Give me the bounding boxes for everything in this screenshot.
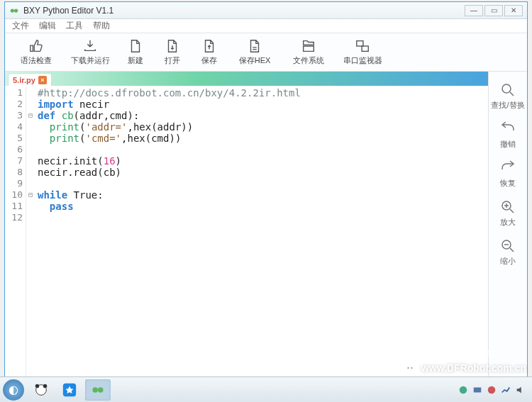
- code-editor[interactable]: 123456789101112 ⊟ ⊟ #http://docs.dfrobot…: [5, 86, 488, 376]
- code-source: #http://docs.dfrobot.com.cn/bxy/4.2.2ir.…: [35, 86, 488, 376]
- star-app-icon: [62, 382, 77, 398]
- redo-icon: [499, 160, 516, 177]
- save-hex-button[interactable]: 保存HEX: [229, 37, 280, 67]
- download-icon: [82, 38, 98, 54]
- folder-tree-icon: [301, 38, 316, 54]
- panda-icon: [33, 382, 49, 398]
- close-button[interactable]: ✕: [504, 5, 523, 16]
- tray-icon-4[interactable]: [501, 385, 511, 395]
- svg-point-11: [35, 384, 40, 388]
- tray-icon-3[interactable]: [487, 385, 497, 395]
- save-hex-icon: [247, 38, 262, 54]
- editor-area: 5.ir.py × 123456789101112 ⊟ ⊟ #http://do…: [5, 72, 489, 376]
- open-button[interactable]: 打开: [155, 37, 189, 67]
- maximize-button[interactable]: ▭: [484, 5, 503, 16]
- svg-point-1: [14, 9, 18, 12]
- svg-point-14: [93, 387, 99, 393]
- zoom-in-button[interactable]: 放大: [499, 199, 516, 228]
- tabbar: 5.ir.py ×: [5, 72, 488, 86]
- tray-icon-1[interactable]: [458, 385, 468, 395]
- svg-point-8: [407, 367, 409, 369]
- zoom-out-button[interactable]: 缩小: [499, 238, 516, 267]
- thumbs-up-icon: [28, 38, 44, 54]
- svg-point-4: [502, 84, 511, 93]
- svg-point-0: [11, 9, 14, 12]
- svg-point-9: [411, 367, 413, 369]
- bxy-icon: [91, 383, 105, 397]
- find-replace-button[interactable]: 查找/替换: [491, 82, 524, 111]
- redo-button[interactable]: 恢复: [499, 160, 516, 189]
- search-icon: [499, 82, 516, 99]
- new-file-icon: [128, 38, 143, 54]
- svg-point-15: [98, 387, 104, 393]
- svg-point-16: [460, 386, 467, 393]
- menu-tools[interactable]: 工具: [66, 20, 83, 32]
- app-window: BXY Python Editor V1.1 — ▭ ✕ 文件 编辑 工具 帮助…: [4, 1, 528, 377]
- svg-rect-3: [362, 46, 368, 51]
- taskbar: ◐: [0, 376, 532, 402]
- save-button[interactable]: 保存: [192, 37, 226, 67]
- zoom-out-icon: [499, 238, 516, 255]
- undo-icon: [499, 121, 516, 138]
- menu-help[interactable]: 帮助: [93, 20, 110, 32]
- tab-label: 5.ir.py: [13, 76, 35, 84]
- task-app-1[interactable]: [28, 379, 54, 401]
- volume-icon[interactable]: [515, 385, 525, 395]
- robot-icon: [403, 361, 417, 375]
- app-logo-icon: [9, 6, 19, 16]
- menu-file[interactable]: 文件: [12, 20, 29, 32]
- watermark: www.DFRobot.com.cn: [403, 361, 526, 375]
- svg-rect-17: [474, 387, 482, 392]
- minimize-button[interactable]: —: [465, 5, 483, 16]
- undo-button[interactable]: 撤销: [499, 121, 516, 150]
- svg-rect-2: [357, 41, 363, 46]
- download-run-button[interactable]: 下载并运行: [65, 37, 116, 67]
- toolbar: 语法检查 下载并运行 新建 打开 保存 保存HEX 文件系统 串口监视器: [5, 33, 527, 72]
- serial-monitor-button[interactable]: 串口监视器: [337, 37, 388, 67]
- line-gutter: 123456789101112: [5, 86, 26, 376]
- main-area: 5.ir.py × 123456789101112 ⊟ ⊟ #http://do…: [5, 72, 527, 376]
- task-bxy-editor[interactable]: [85, 379, 111, 401]
- side-panel: 查找/替换 撤销 恢复 放大 缩小: [489, 72, 527, 376]
- svg-point-18: [488, 386, 496, 393]
- new-button[interactable]: 新建: [118, 37, 153, 67]
- menubar: 文件 编辑 工具 帮助: [5, 19, 527, 33]
- open-file-icon: [165, 38, 180, 54]
- zoom-in-icon: [499, 199, 516, 216]
- fold-column: ⊟ ⊟: [26, 86, 35, 376]
- svg-rect-7: [406, 366, 414, 372]
- watermark-brand: DF创客: [466, 348, 497, 361]
- window-buttons: — ▭ ✕: [465, 5, 523, 16]
- file-tab[interactable]: 5.ir.py ×: [8, 73, 52, 86]
- start-button[interactable]: ◐: [3, 379, 24, 401]
- titlebar: BXY Python Editor V1.1 — ▭ ✕: [5, 2, 527, 19]
- svg-point-12: [43, 384, 48, 388]
- filesystem-button[interactable]: 文件系统: [283, 37, 334, 67]
- system-tray[interactable]: [458, 385, 529, 395]
- tray-icon-2[interactable]: [472, 385, 482, 395]
- window-title: BXY Python Editor V1.1: [23, 6, 465, 16]
- tab-close-icon[interactable]: ×: [38, 76, 47, 84]
- menu-edit[interactable]: 编辑: [39, 20, 56, 32]
- save-icon: [201, 38, 217, 54]
- syntax-check-button[interactable]: 语法检查: [11, 37, 62, 67]
- serial-icon: [355, 38, 370, 54]
- task-app-2[interactable]: [57, 379, 82, 401]
